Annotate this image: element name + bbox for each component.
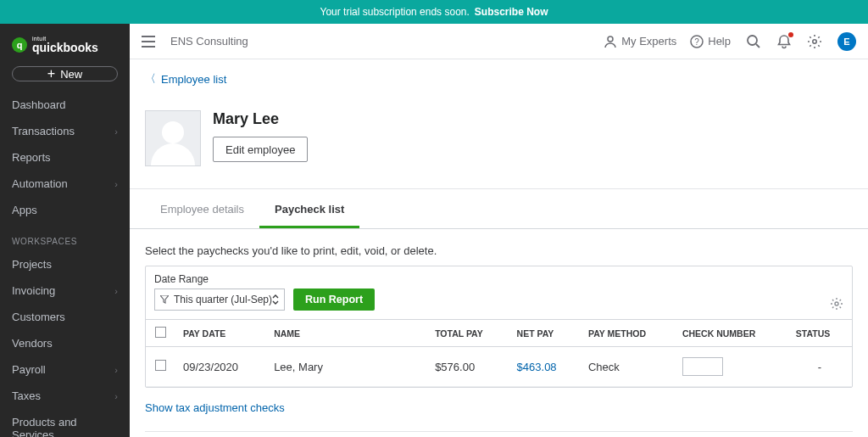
cell-status: - <box>787 347 852 387</box>
svg-point-0 <box>608 36 613 42</box>
cell-name: Lee, Mary <box>265 347 426 387</box>
subscribe-link[interactable]: Subscribe Now <box>475 6 548 18</box>
col-total: TOTAL PAY <box>426 320 508 347</box>
sidebar-item-label: Apps <box>12 204 37 216</box>
plus-icon: + <box>47 67 55 81</box>
paycheck-table: PAY DATE NAME TOTAL PAY NET PAY PAY METH… <box>146 319 852 387</box>
date-range-value: This quarter (Jul-Sep) <box>174 294 272 305</box>
paycheck-panel: Date Range This quarter (Jul-Sep) Run Re… <box>145 266 853 388</box>
chevron-right-icon: › <box>114 365 118 375</box>
help-button[interactable]: ? Help <box>690 35 731 48</box>
sidebar-item-label: Automation <box>12 177 68 190</box>
chevron-right-icon: › <box>114 126 118 137</box>
col-paydate: PAY DATE <box>175 320 265 347</box>
user-avatar[interactable]: E <box>837 32 856 51</box>
sidebar-item-label: Taxes <box>12 389 41 402</box>
chevron-left-icon: 〈 <box>145 71 156 87</box>
col-method: PAY METHOD <box>580 320 674 347</box>
instruction-text: Select the paychecks you'd like to print… <box>130 229 868 266</box>
edit-employee-button[interactable]: Edit employee <box>213 137 308 162</box>
sidebar-item-label: Invoicing <box>12 284 55 297</box>
cell-method: Check <box>580 347 674 387</box>
svg-point-5 <box>835 302 838 305</box>
help-label: Help <box>708 35 731 48</box>
select-all-checkbox[interactable] <box>155 327 166 338</box>
sidebar-item-label: Transactions <box>12 125 75 137</box>
my-experts-button[interactable]: My Experts <box>604 35 676 48</box>
sidebar-item-products-and-services[interactable]: Products and Services <box>0 409 130 437</box>
company-name: ENS Consulting <box>170 35 248 48</box>
sidebar-item-label: Reports <box>12 151 51 164</box>
sidebar-item-payroll[interactable]: Payroll› <box>0 356 130 383</box>
chevron-right-icon: › <box>114 286 118 296</box>
topbar: ENS Consulting My Experts ? Help <box>130 24 868 59</box>
check-number-input[interactable] <box>682 357 723 376</box>
sidebar-item-vendors[interactable]: Vendors <box>0 330 130 356</box>
cell-netpay[interactable]: $463.08 <box>509 347 580 387</box>
sidebar-item-label: Payroll <box>12 363 46 376</box>
col-name: NAME <box>265 320 426 347</box>
date-range-label: Date Range <box>154 273 285 285</box>
brand-logo: q <box>12 37 27 53</box>
col-net: NET PAY <box>509 320 580 347</box>
tabs: Employee details Paycheck list <box>130 189 868 229</box>
settings-icon[interactable] <box>807 34 822 49</box>
search-icon[interactable] <box>746 34 761 49</box>
sidebar-item-label: Customers <box>12 311 65 323</box>
svg-point-3 <box>748 36 757 45</box>
date-range-select[interactable]: This quarter (Jul-Sep) <box>154 289 285 311</box>
sidebar-item-transactions[interactable]: Transactions› <box>0 118 130 144</box>
cell-paydate: 09/23/2020 <box>175 347 265 387</box>
sidebar-item-label: Products and Services <box>12 416 118 437</box>
filter-icon <box>160 295 169 304</box>
chevron-right-icon: › <box>114 179 118 189</box>
new-button[interactable]: + New <box>12 66 118 81</box>
bell-icon[interactable] <box>776 34 792 49</box>
content-area: 〈 Employee list Mary Lee Edit employee E… <box>130 59 868 437</box>
sidebar-item-apps[interactable]: Apps <box>0 197 130 223</box>
profile-name: Mary Lee <box>213 110 308 128</box>
table-row: 09/23/2020Lee, Mary$576.00$463.08Check- <box>146 347 852 387</box>
sidebar: q intuit quickbooks + New DashboardTrans… <box>0 24 130 437</box>
chevron-right-icon: › <box>114 391 118 401</box>
svg-point-4 <box>813 39 816 42</box>
back-link[interactable]: 〈 Employee list <box>130 59 868 93</box>
show-tax-adjustment-link[interactable]: Show tax adjustment checks <box>130 398 868 426</box>
svg-text:?: ? <box>694 37 699 47</box>
row-checkbox[interactable] <box>155 360 166 371</box>
sidebar-item-invoicing[interactable]: Invoicing› <box>0 277 130 304</box>
tab-employee-details[interactable]: Employee details <box>145 189 259 228</box>
profile-header: Mary Lee Edit employee <box>130 93 868 189</box>
menu-icon[interactable] <box>142 36 159 48</box>
sidebar-item-dashboard[interactable]: Dashboard <box>0 92 130 118</box>
workspaces-heading: WORKSPACES <box>0 223 130 251</box>
back-link-label: Employee list <box>161 73 226 86</box>
expert-icon <box>604 35 617 48</box>
notification-dot <box>788 32 793 37</box>
trial-banner: Your trial subscription ends soon. Subsc… <box>0 0 868 24</box>
brand: q intuit quickbooks <box>0 24 130 63</box>
profile-avatar-placeholder <box>145 110 201 166</box>
cell-total: $576.00 <box>426 347 508 387</box>
col-check: CHECK NUMBER <box>674 320 787 347</box>
sidebar-item-customers[interactable]: Customers <box>0 304 130 330</box>
table-settings-icon[interactable] <box>830 297 843 311</box>
sidebar-item-label: Vendors <box>12 337 53 350</box>
sidebar-item-automation[interactable]: Automation› <box>0 171 130 197</box>
trial-text: Your trial subscription ends soon. <box>320 6 469 18</box>
sidebar-item-projects[interactable]: Projects <box>0 251 130 277</box>
chevron-updown-icon <box>272 294 279 305</box>
tab-paycheck-list[interactable]: Paycheck list <box>259 189 359 228</box>
sidebar-item-label: Projects <box>12 258 52 271</box>
run-report-button[interactable]: Run Report <box>293 289 375 311</box>
new-button-label: New <box>60 68 82 81</box>
my-experts-label: My Experts <box>621 35 676 48</box>
cell-check <box>674 347 787 387</box>
sidebar-item-taxes[interactable]: Taxes› <box>0 383 130 409</box>
sidebar-item-label: Dashboard <box>12 98 66 111</box>
divider <box>145 431 853 432</box>
brand-main: quickbooks <box>32 41 98 54</box>
sidebar-item-reports[interactable]: Reports <box>0 144 130 171</box>
col-status: STATUS <box>787 320 852 347</box>
help-icon: ? <box>690 35 704 48</box>
